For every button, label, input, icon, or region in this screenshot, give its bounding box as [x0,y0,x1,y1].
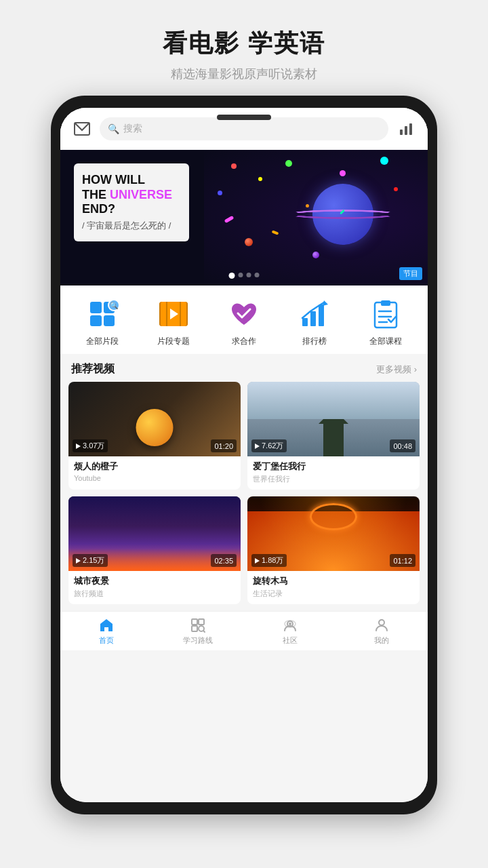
recommended-header: 推荐视频 更多视频 › [60,354,428,382]
nav-community-label: 社区 [283,635,298,646]
svg-rect-1 [400,130,403,135]
nav-profile[interactable]: 我的 [336,612,428,650]
cat-clip-topics[interactable]: 片段专题 [143,296,204,347]
video-title-4: 旋转木马 [253,575,414,587]
cat-clip-topics-label: 片段专题 [157,336,190,347]
phone-frame: 🔍 搜索 HOW WILLTHE UNIVERSEEND? / 宇宙最 [51,96,437,814]
mail-icon[interactable] [71,118,93,140]
cat-cooperation[interactable]: 求合作 [214,296,274,347]
video-source-2: 世界任我行 [253,474,414,484]
svg-rect-17 [199,619,204,625]
video-stats-2: 7.62万 00:48 [247,439,420,452]
svg-marker-7 [323,300,328,306]
banner-universe: UNIVERSE [110,188,172,201]
svg-point-22 [289,623,291,625]
bottom-nav: 首页 学习路线 [60,611,428,650]
nav-profile-label: 我的 [374,635,389,646]
profile-icon [373,617,390,633]
cat-all-clips[interactable]: 🔍 全部片段 [72,296,133,347]
video-thumb-2: 7.62万 00:48 [247,382,420,456]
cat-ranking[interactable]: 排行榜 [284,296,345,347]
banner-visual [204,150,428,285]
video-source-4: 生活记录 [253,589,414,599]
dot-4 [255,273,260,277]
recommended-title: 推荐视频 [71,362,115,376]
svg-rect-18 [192,626,197,631]
video-source-3: 旅行频道 [74,589,235,599]
nav-community[interactable]: 社区 [244,612,336,650]
video-thumb-4: 1.88万 01:12 [247,496,420,571]
banner-text-box: HOW WILLTHE UNIVERSEEND? / 宇宙最后是怎么死的 / [74,163,189,241]
play-icon [170,309,178,319]
app-content: 🔍 搜索 HOW WILLTHE UNIVERSEEND? / 宇宙最 [60,108,428,802]
video-stats-3: 2.15万 02:35 [68,554,241,567]
dot-1 [229,273,235,279]
video-card-2[interactable]: 7.62万 00:48 爱丁堡任我行 世界任我行 [247,382,420,490]
cat-all-clips-label: 全部片段 [86,336,119,347]
view-count-3: 2.15万 [73,554,108,567]
video-card-4[interactable]: 1.88万 01:12 旋转木马 生活记录 [247,496,420,604]
video-stats-4: 1.88万 01:12 [247,554,420,567]
community-icon [282,617,298,633]
svg-rect-5 [310,311,316,326]
phone-inner: 🔍 搜索 HOW WILLTHE UNIVERSEEND? / 宇宙最 [60,108,428,802]
video-card-1[interactable]: 3.07万 01:20 烦人的橙子 Youtube [68,382,241,490]
search-placeholder: 搜索 [123,123,142,135]
play-icon-2 [255,443,260,449]
svg-rect-4 [302,318,308,326]
duration-4: 01:12 [390,554,415,567]
clipboard-icon [368,296,403,332]
svg-line-20 [203,631,205,632]
video-title-2: 爱丁堡任我行 [253,460,414,473]
svg-rect-2 [405,126,407,135]
nav-home-label: 首页 [99,635,114,646]
top-text-area: 看电影 学英语 精选海量影视原声听说素材 [163,0,325,82]
svg-rect-3 [409,123,412,135]
banner[interactable]: HOW WILLTHE UNIVERSEEND? / 宇宙最后是怎么死的 / [60,150,428,285]
nav-learning-label: 学习路线 [183,635,213,646]
phone-speaker [217,115,271,120]
banner-chinese: / 宇宙最后是怎么死的 / [82,220,181,232]
duration-3: 02:35 [211,554,237,567]
nav-learning[interactable]: 学习路线 [152,612,245,650]
dot-3 [247,273,251,277]
banner-dots [229,273,260,279]
video-thumb-3: 2.15万 02:35 [68,496,241,571]
svg-rect-6 [319,304,324,326]
video-title-3: 城市夜景 [74,575,235,587]
cat-all-courses[interactable]: 全部课程 [355,296,416,347]
banner-content: HOW WILLTHE UNIVERSEEND? / 宇宙最后是怎么死的 / [60,150,428,285]
video-info-4: 旋转木马 生活记录 [247,571,420,604]
categories: 🔍 全部片段 片段专题 [60,285,428,354]
video-info-1: 烦人的橙子 Youtube [68,456,241,488]
video-info-3: 城市夜景 旅行频道 [68,571,241,604]
nav-home[interactable]: 首页 [60,612,152,650]
view-count-1: 3.07万 [73,439,108,452]
cat-ranking-label: 排行榜 [302,336,327,347]
search-bar[interactable]: 🔍 搜索 [100,117,388,140]
cat-cooperation-label: 求合作 [232,336,256,347]
view-count-4: 1.88万 [251,554,287,567]
video-stats-1: 3.07万 01:20 [68,439,241,452]
heart-icon [226,296,262,332]
banner-tag: 节目 [399,267,422,280]
main-title: 看电影 学英语 [163,27,325,60]
segments-icon: 🔍 [85,296,120,332]
search-icon: 🔍 [108,123,119,134]
film-icon-shape [159,302,188,326]
video-title-1: 烦人的橙子 [74,460,235,473]
video-card-3[interactable]: 2.15万 02:35 城市夜景 旅行频道 [68,496,241,604]
film-icon [156,296,191,332]
home-icon [98,617,115,633]
main-subtitle: 精选海量影视原声听说素材 [163,66,325,82]
svg-rect-9 [381,300,390,306]
play-icon-4 [255,558,260,564]
video-grid: 3.07万 01:20 烦人的橙子 Youtube [60,382,428,611]
cat-all-courses-label: 全部课程 [369,336,402,347]
learning-icon [190,617,206,633]
search-overlay-icon: 🔍 [108,299,120,311]
view-count-2: 7.62万 [251,439,287,452]
stats-icon[interactable] [395,118,417,140]
more-videos-link[interactable]: 更多视频 › [376,363,417,376]
segments-grid: 🔍 [90,302,115,326]
